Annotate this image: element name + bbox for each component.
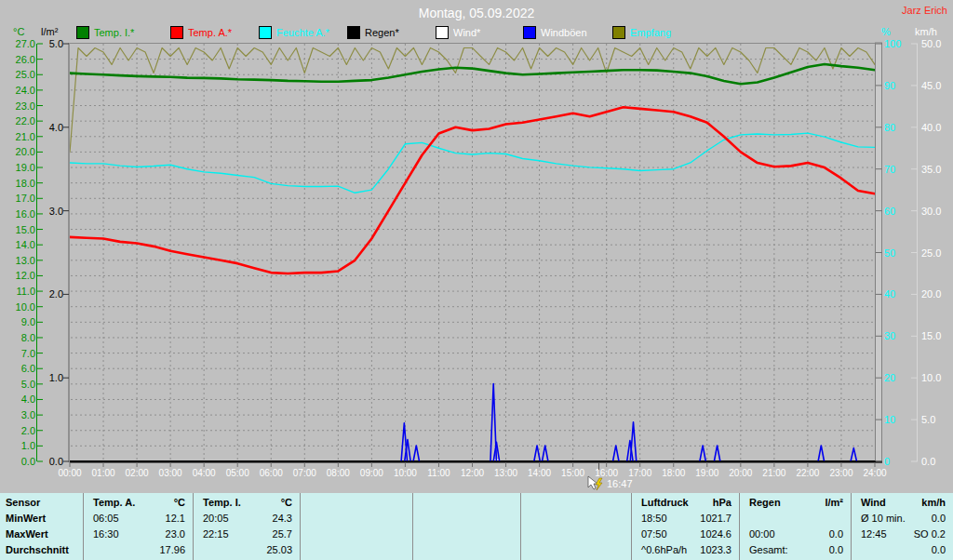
x-tick-label: 05:00 bbox=[219, 468, 256, 478]
x-tick-label: 19:00 bbox=[689, 468, 726, 478]
table-cell-value: °C bbox=[88, 497, 185, 509]
cursor-time-label: 16:47 bbox=[607, 478, 633, 489]
series-windben bbox=[534, 446, 540, 461]
temp-tick-label: 3.0 bbox=[2, 409, 35, 420]
temp-tick-label: 10.0 bbox=[2, 301, 35, 313]
x-tick-label: 06:00 bbox=[252, 468, 289, 478]
temp-tick-label: 24.0 bbox=[2, 85, 35, 96]
series-windben bbox=[542, 446, 547, 461]
table-divider bbox=[83, 493, 84, 560]
x-tick-label: 01:00 bbox=[85, 468, 122, 478]
temp-tick-label: 5.0 bbox=[2, 379, 35, 390]
temp-tick-label: 11.0 bbox=[2, 286, 35, 297]
x-tick-label: 14:00 bbox=[521, 468, 558, 478]
table-divider bbox=[412, 493, 413, 560]
temp-tick-label: 27.0 bbox=[2, 38, 35, 49]
x-tick-label: 22:00 bbox=[789, 468, 826, 478]
series-windben bbox=[714, 446, 719, 461]
rain-tick-label: 1.0 bbox=[41, 372, 63, 383]
x-tick-label: 20:00 bbox=[722, 468, 759, 478]
temp-tick-label: 2.0 bbox=[2, 425, 35, 436]
temp-tick-label: 23.0 bbox=[2, 100, 35, 112]
x-tick-label: 04:00 bbox=[185, 468, 222, 478]
humidity-tick-label: 10 bbox=[884, 414, 908, 425]
table-row-label: Sensor bbox=[6, 497, 77, 509]
table-cell-value: 1024.6 bbox=[637, 528, 732, 540]
table-cell-value: l/m² bbox=[745, 497, 843, 509]
x-tick-label: 15:00 bbox=[555, 468, 592, 478]
cursor-arrow-icon bbox=[588, 476, 597, 489]
temp-tick-label: 19.0 bbox=[2, 162, 35, 173]
x-tick-label: 16:00 bbox=[588, 468, 625, 478]
wind-tick-label: 25.0 bbox=[921, 247, 947, 259]
rain-tick-label: 5.0 bbox=[41, 38, 63, 49]
rain-tick-label: 3.0 bbox=[41, 206, 63, 217]
temp-tick-label: 1.0 bbox=[2, 440, 35, 451]
rain-tick-label: 4.0 bbox=[41, 122, 63, 133]
x-tick-label: 11:00 bbox=[420, 468, 457, 478]
table-divider bbox=[631, 493, 632, 560]
table-cell-value: 23.0 bbox=[88, 528, 185, 540]
wind-tick-label: 40.0 bbox=[921, 122, 947, 133]
table-cell-value: 1021.7 bbox=[637, 513, 732, 525]
table-divider bbox=[739, 493, 740, 560]
table-row-label: MaxWert bbox=[6, 528, 77, 540]
temp-tick-label: 18.0 bbox=[2, 178, 35, 189]
cursor-bolt-icon bbox=[596, 478, 602, 490]
table-cell-value: 12.1 bbox=[88, 513, 185, 525]
series-windben bbox=[818, 446, 824, 461]
table-cell-value: 1023.3 bbox=[637, 544, 732, 556]
wind-tick-label: 15.0 bbox=[921, 330, 947, 341]
table-cell-value: 0.0 bbox=[856, 544, 946, 556]
humidity-tick-label: 70 bbox=[884, 164, 908, 175]
temp-tick-label: 21.0 bbox=[2, 131, 35, 142]
x-tick-label: 03:00 bbox=[152, 468, 189, 478]
table-row-label: MinWert bbox=[6, 513, 77, 525]
wind-tick-label: 35.0 bbox=[921, 164, 947, 175]
x-tick-label: 09:00 bbox=[353, 468, 390, 478]
table-cell-value: 0.0 bbox=[745, 544, 843, 556]
x-tick-label: 00:00 bbox=[51, 468, 88, 478]
series-windben bbox=[700, 446, 705, 461]
temp-tick-label: 22.0 bbox=[2, 115, 35, 127]
series-windben bbox=[613, 446, 619, 461]
series-windben bbox=[413, 446, 419, 461]
temp-tick-label: 26.0 bbox=[2, 54, 35, 65]
x-tick-label: 24:00 bbox=[856, 468, 893, 478]
temp-tick-label: 6.0 bbox=[2, 363, 35, 374]
table-cell-value: hPa bbox=[637, 497, 732, 509]
table-cell-value: 17.96 bbox=[88, 544, 185, 556]
x-tick-label: 18:00 bbox=[655, 468, 692, 478]
x-tick-label: 13:00 bbox=[488, 468, 525, 478]
table-cell-value: °C bbox=[198, 497, 292, 509]
x-tick-label: 17:00 bbox=[622, 468, 659, 478]
temp-tick-label: 14.0 bbox=[2, 239, 35, 250]
humidity-tick-label: 50 bbox=[884, 247, 908, 259]
table-row-label: Durchschnitt bbox=[6, 544, 77, 556]
x-tick-label: 21:00 bbox=[756, 468, 793, 478]
table-cell-value: SO 0.2 bbox=[856, 528, 946, 540]
temp-tick-label: 8.0 bbox=[2, 332, 35, 343]
wind-tick-label: 0.0 bbox=[921, 456, 947, 467]
series-windben bbox=[401, 423, 407, 461]
wind-tick-label: 10.0 bbox=[921, 372, 947, 383]
humidity-tick-label: 100 bbox=[884, 38, 908, 49]
table-divider bbox=[520, 493, 521, 560]
humidity-tick-label: 0 bbox=[884, 456, 908, 467]
humidity-tick-label: 40 bbox=[884, 288, 908, 300]
table-cell-value: km/h bbox=[856, 497, 946, 509]
wind-tick-label: 50.0 bbox=[921, 38, 947, 49]
humidity-tick-label: 80 bbox=[884, 122, 908, 133]
temp-tick-label: 13.0 bbox=[2, 255, 35, 266]
wind-tick-label: 45.0 bbox=[921, 80, 947, 91]
table-cell-value: 24.3 bbox=[198, 513, 292, 525]
temp-tick-label: 15.0 bbox=[2, 224, 35, 235]
table-cell-value: 0.0 bbox=[745, 528, 843, 540]
x-tick-label: 12:00 bbox=[454, 468, 491, 478]
rain-tick-label: 2.0 bbox=[41, 288, 63, 300]
wind-tick-label: 5.0 bbox=[921, 414, 947, 425]
temp-tick-label: 7.0 bbox=[2, 348, 35, 359]
temp-tick-label: 12.0 bbox=[2, 270, 35, 281]
table-cell-value: 0.0 bbox=[856, 513, 946, 525]
temp-tick-label: 25.0 bbox=[2, 69, 35, 80]
